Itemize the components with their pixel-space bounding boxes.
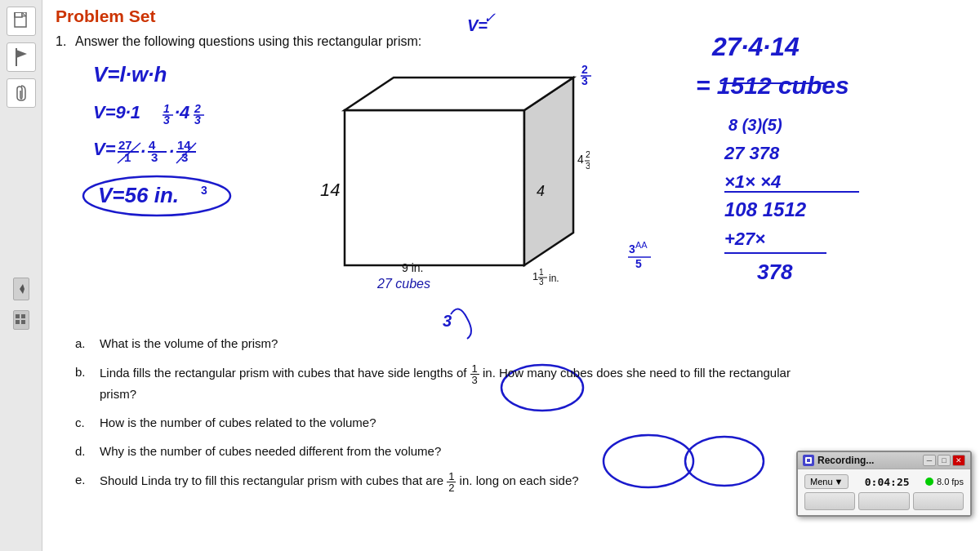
svg-text:108  1512: 108 1512: [724, 198, 807, 220]
svg-text:4: 4: [577, 153, 584, 166]
svg-text:·: ·: [140, 141, 145, 162]
svg-text:378: 378: [757, 260, 793, 284]
svg-text:3: 3: [586, 161, 590, 171]
svg-marker-5: [20, 284, 24, 294]
sub-q-text-c: How is the number of cubes related to th…: [100, 414, 376, 431]
close-button[interactable]: ✕: [952, 455, 965, 466]
svg-text:·4: ·4: [175, 102, 189, 122]
fraction-one-third: 13: [470, 363, 479, 385]
svg-text:in.: in.: [549, 273, 559, 284]
paperclip-button[interactable]: [7, 78, 36, 108]
svg-text:V=9·1: V=9·1: [93, 102, 140, 122]
svg-text:3: 3: [539, 278, 544, 287]
svg-text:3: 3: [151, 150, 158, 164]
menu-chevron-icon: ▼: [835, 477, 844, 487]
recording-info-row: Menu ▼ 0:04:25 8.0 fps: [804, 474, 964, 489]
sub-q-label-d: d.: [75, 442, 100, 460]
sub-questions: a. What is the volume of the prism? b. L…: [75, 335, 810, 504]
svg-rect-10: [345, 110, 524, 265]
ctrl-btn-1[interactable]: [804, 492, 855, 510]
sub-q-label-a: a.: [75, 335, 100, 352]
svg-text:V=56 in.: V=56 in.: [98, 183, 179, 207]
svg-text:14: 14: [177, 138, 191, 152]
sub-q-label-b: b.: [75, 363, 100, 402]
svg-text:2: 2: [586, 149, 590, 159]
svg-text:3: 3: [163, 113, 170, 127]
svg-rect-8: [16, 320, 20, 324]
ctrl-btn-3[interactable]: [913, 492, 964, 510]
svg-text:27 cubes: 27 cubes: [376, 277, 430, 291]
svg-line-49: [118, 143, 140, 163]
recording-title-text: Recording...: [817, 455, 874, 466]
svg-text:9 in.: 9 in.: [402, 261, 423, 274]
svg-text:3: 3: [194, 113, 201, 127]
svg-text:3: 3: [201, 184, 207, 197]
svg-text:✓: ✓: [483, 10, 496, 26]
svg-line-50: [176, 143, 196, 163]
menu-label: Menu: [810, 477, 833, 487]
recording-widget: Recording... ─ □ ✕ Menu ▼ 0:04:25 8.0 fp…: [796, 451, 972, 517]
svg-text:3: 3: [181, 150, 188, 164]
sub-q-text-d: Why is the number of cubes needed differ…: [100, 442, 441, 460]
svg-rect-1: [15, 12, 22, 17]
sub-q-label-e: e.: [75, 471, 100, 493]
sub-question-a: a. What is the volume of the prism?: [75, 335, 810, 352]
svg-rect-7: [21, 314, 25, 318]
minimize-button[interactable]: ─: [923, 455, 936, 466]
svg-text:14: 14: [320, 180, 340, 200]
svg-text:= 1512 cubes: = 1512 cubes: [696, 72, 849, 99]
svg-text:V=: V=: [93, 139, 116, 159]
problem-instruction: Answer the following questions using thi…: [75, 34, 421, 49]
box-diagram: 14 4 2 3 in. 27 cubes 9 in. 4 1 1 3 in.: [296, 65, 590, 313]
timer-display: 0:04:25: [865, 476, 910, 488]
page-button[interactable]: [7, 7, 36, 36]
recording-app-icon: [803, 455, 814, 466]
svg-text:V=l·w·h: V=l·w·h: [93, 62, 167, 87]
sub-q-text-a: What is the volume of the prism?: [100, 335, 278, 352]
maximize-button[interactable]: □: [938, 455, 951, 466]
svg-rect-79: [807, 459, 810, 462]
svg-text:V=: V=: [467, 16, 488, 34]
sub-q-text-e: Should Linda try to fill this rectangula…: [100, 471, 579, 493]
fraction-one-half: 12: [447, 471, 456, 493]
svg-text:1: 1: [539, 268, 544, 277]
fps-indicator: 8.0 fps: [925, 477, 964, 487]
main-content: Problem Set 1. Answer the following ques…: [42, 0, 980, 551]
ctrl-btn-2[interactable]: [858, 492, 909, 510]
svg-text:27·4·14: 27·4·14: [711, 32, 800, 61]
svg-rect-9: [21, 320, 25, 324]
svg-text:27  378: 27 378: [724, 143, 780, 163]
recording-title: Recording...: [803, 455, 874, 466]
menu-button[interactable]: Menu ▼: [804, 474, 849, 489]
window-buttons: ─ □ ✕: [923, 455, 965, 466]
sub-question-e: e. Should Linda try to fill this rectang…: [75, 471, 810, 493]
svg-text:4: 4: [537, 183, 545, 199]
svg-text:1: 1: [124, 150, 131, 164]
fps-value: 8.0 fps: [937, 477, 964, 487]
svg-text:·: ·: [169, 141, 174, 162]
problem-number: 1.: [56, 34, 66, 49]
sub-question-d: d. Why is the number of cubes needed dif…: [75, 442, 810, 460]
svg-text:3: 3: [443, 312, 452, 330]
svg-text:2: 2: [194, 102, 201, 115]
svg-marker-4: [16, 50, 27, 58]
expand-button[interactable]: [13, 278, 29, 300]
svg-point-53: [83, 176, 230, 216]
left-toolbar: [0, 0, 42, 551]
svg-rect-6: [16, 314, 20, 318]
svg-text:5: 5: [635, 257, 642, 270]
recording-titlebar: Recording... ─ □ ✕: [798, 452, 970, 469]
sub-q-label-c: c.: [75, 414, 100, 431]
svg-text:1: 1: [532, 270, 538, 282]
svg-text:+27×: +27×: [724, 229, 765, 249]
svg-text:3: 3: [629, 242, 635, 256]
flag-button[interactable]: [7, 42, 36, 72]
sub-q-text-b: Linda fills the rectangular prism with c…: [100, 363, 810, 402]
grid-button[interactable]: [13, 310, 29, 330]
recording-controls: [804, 492, 964, 510]
recording-body: Menu ▼ 0:04:25 8.0 fps: [798, 469, 970, 515]
sub-question-b: b. Linda fills the rectangular prism wit…: [75, 363, 810, 402]
svg-text:1: 1: [163, 102, 170, 115]
fps-dot: [925, 478, 933, 486]
svg-text:×1×   ×4: ×1× ×4: [724, 171, 781, 192]
